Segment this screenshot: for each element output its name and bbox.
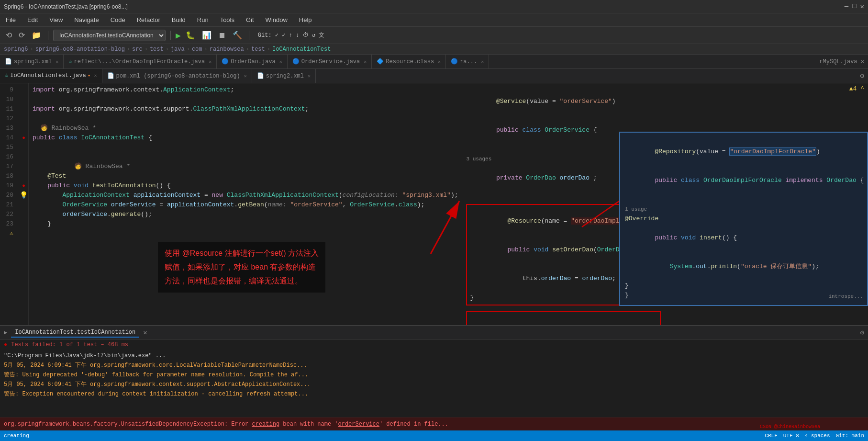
- bottom-tabs: ▶ IoCAnnotationTest.testIoCAnnotation ✕ …: [0, 326, 868, 339]
- csdn-watermark: CSDN @ChineRainbowSea: [760, 424, 820, 430]
- run-line-5: 警告: Exception encountered during context…: [4, 389, 864, 399]
- stop-button[interactable]: ⏹: [216, 30, 228, 41]
- status-right-group: CRLF UTF-8 4 spaces Git: main: [765, 433, 864, 439]
- breadcrumb-com[interactable]: com: [192, 46, 202, 53]
- popup-println: System.out.println("oracle 保存订单信息");: [625, 252, 862, 281]
- run-button[interactable]: ▶: [176, 30, 181, 41]
- right-editor-header: ⚙: [462, 69, 868, 83]
- popup-line-2: public class OrderDaoImplForOracle imple…: [625, 166, 862, 195]
- java-icon-4: 🔵: [451, 58, 458, 65]
- tabs-row-2: ☕ IoCAnnotationTest.java ● ✕ 📄 pom.xml (…: [0, 69, 462, 83]
- debug-button[interactable]: 🐛: [184, 30, 197, 41]
- menu-navigate[interactable]: Navigate: [72, 15, 100, 24]
- back-button[interactable]: ⟲: [4, 30, 14, 41]
- breadcrumb-module[interactable]: spring6-oo8-anotation-blog: [35, 46, 125, 53]
- menu-build[interactable]: Build: [170, 15, 188, 24]
- run-status-row: ● Tests failed: 1 of 1 test – 468 ms: [0, 339, 868, 349]
- breadcrumb-rainbowsea[interactable]: rainbowsea: [210, 46, 244, 53]
- run-tab[interactable]: IoCAnnotationTest.testIoCAnnotation: [11, 328, 139, 338]
- creating-link[interactable]: creating: [252, 421, 279, 428]
- breadcrumb-class[interactable]: IoCAnnotationTest: [272, 46, 331, 53]
- tab-pom-xml[interactable]: 📄 pom.xml (spring6-oo8-anotation-blog) ✕: [102, 69, 252, 83]
- settings-icon[interactable]: ⚙: [860, 72, 864, 80]
- tab-close-icon-5[interactable]: ✕: [438, 59, 441, 65]
- menu-refactor[interactable]: Refactor: [135, 15, 162, 24]
- popup-insert-decl: public void insert() {: [625, 224, 862, 252]
- menu-help[interactable]: Help: [297, 15, 314, 24]
- popup-close-2: }: [625, 291, 862, 300]
- tab-close-icon[interactable]: ✕: [56, 59, 58, 65]
- menu-tools[interactable]: Tools: [218, 15, 236, 24]
- menu-edit[interactable]: Edit: [25, 15, 40, 24]
- tab-resource-class[interactable]: 🔷 Resource.class ✕: [372, 55, 446, 69]
- xml-icon-spring2: 📄: [257, 72, 264, 79]
- menu-window[interactable]: Window: [264, 15, 289, 24]
- breadcrumb-test2[interactable]: test: [251, 46, 265, 53]
- tab-orderdao-impl[interactable]: ☕ reflect\...\OrderDaoImplForOracle.java…: [64, 55, 217, 69]
- tab-close-icon-4[interactable]: ✕: [364, 59, 367, 65]
- run-output-content: "C:\Program Files\Java\jdk-17\bin\java.e…: [0, 349, 868, 418]
- order-service-link[interactable]: orderService: [338, 421, 379, 428]
- menu-run[interactable]: Run: [195, 15, 211, 24]
- forward-button[interactable]: ⟳: [17, 30, 27, 41]
- popup-line-3: [625, 195, 862, 204]
- tab-orderservice[interactable]: 🔵 OrderService.java ✕: [288, 55, 372, 69]
- java-icon-2: 🔵: [222, 58, 229, 65]
- run-settings-icon[interactable]: ⚙: [860, 328, 864, 337]
- menu-view[interactable]: View: [47, 15, 65, 24]
- popup-override: @Override: [625, 214, 862, 224]
- tab-orderdao[interactable]: 🔵 OrderDao.java ✕: [217, 55, 288, 69]
- tab-ioc-annotation[interactable]: ☕ IoCAnnotationTest.java ● ✕: [0, 69, 102, 83]
- java-icon-3: 🔵: [292, 58, 300, 65]
- status-bar: creating CRLF UTF-8 4 spaces Git: main: [0, 430, 868, 441]
- menu-git[interactable]: Git: [244, 15, 256, 24]
- breadcrumb-spring6[interactable]: spring6: [4, 46, 28, 53]
- tab-ra[interactable]: 🔵 ra... ✕: [446, 55, 489, 69]
- menu-bar: File Edit View Navigate Code Refactor Bu…: [0, 13, 868, 27]
- toolbar: ⟲ ⟳ 📁 IoCAnnotationTest.testIoCAnnotatio…: [0, 27, 868, 44]
- maximize-button[interactable]: □: [852, 2, 856, 11]
- tab-close-icon-2[interactable]: ✕: [209, 59, 211, 65]
- close-button[interactable]: ✕: [860, 2, 864, 11]
- modified-dot: ●: [88, 73, 90, 78]
- right-code-line-1: @Service(value = "orderService"): [466, 87, 864, 116]
- warning-indicators: ▲4 ^: [849, 85, 864, 92]
- git-info: Git: ✓ ✓ ↑ ↓ ⏱ ↺ 文: [258, 31, 324, 39]
- tab-close-icon-6[interactable]: ✕: [481, 59, 484, 65]
- popup-close-1: }: [625, 281, 862, 291]
- error-dot-icon: ●: [4, 341, 7, 348]
- tab-close-run[interactable]: ✕: [143, 328, 147, 337]
- run-configuration-dropdown[interactable]: IoCAnnotationTest.testIoCAnnotation: [53, 30, 166, 41]
- recent-files-button[interactable]: 📁: [30, 30, 43, 41]
- breadcrumb-test[interactable]: test: [150, 46, 164, 53]
- introspect-hint: introspе...: [828, 292, 863, 301]
- breadcrumb-src[interactable]: src: [132, 46, 143, 53]
- status-creating-text: creating: [4, 433, 29, 439]
- bottom-panel: ▶ IoCAnnotationTest.testIoCAnnotation ✕ …: [0, 325, 868, 430]
- menu-file[interactable]: File: [4, 15, 18, 24]
- menu-code[interactable]: Code: [109, 15, 127, 24]
- run-icon: ▶: [4, 329, 7, 336]
- status-encoding[interactable]: UTF-8: [783, 433, 799, 439]
- run-line-3: 警告: Using deprecated '-debug' fallback f…: [4, 370, 864, 380]
- window-controls[interactable]: — □ ✕: [845, 2, 864, 11]
- tab-spring2-xml[interactable]: 📄 spring2.xml ✕: [252, 69, 316, 83]
- tab-close-pom[interactable]: ✕: [244, 73, 247, 79]
- minimize-button[interactable]: —: [845, 2, 848, 11]
- run-line-2: 5月 05, 2024 6:09:41 下午 org.springframewo…: [4, 361, 864, 370]
- tab-close-icon-3[interactable]: ✕: [279, 59, 282, 65]
- status-indent[interactable]: 4 spaces: [805, 433, 830, 439]
- toolbar-separator-2: [170, 31, 171, 40]
- tab-close-active[interactable]: ✕: [94, 73, 97, 79]
- tab-close-spring2[interactable]: ✕: [308, 73, 311, 79]
- build-button[interactable]: 🔨: [231, 30, 244, 41]
- java-active-icon: ☕: [5, 72, 8, 79]
- test-result-text: Tests failed: 1 of 1 test – 468 ms: [11, 341, 128, 348]
- coverage-button[interactable]: 📊: [200, 30, 213, 41]
- tab-spring3-xml[interactable]: 📄 spring3.xml ✕: [0, 55, 64, 69]
- toolbar-separator-3: [249, 31, 249, 40]
- status-crlf[interactable]: CRLF: [765, 433, 777, 439]
- error-bar: org.springframework.beans.factory.Unsati…: [0, 418, 868, 430]
- breadcrumb-java[interactable]: java: [171, 46, 185, 53]
- right-panel-tab[interactable]: rMySQL.java ✕: [815, 58, 868, 65]
